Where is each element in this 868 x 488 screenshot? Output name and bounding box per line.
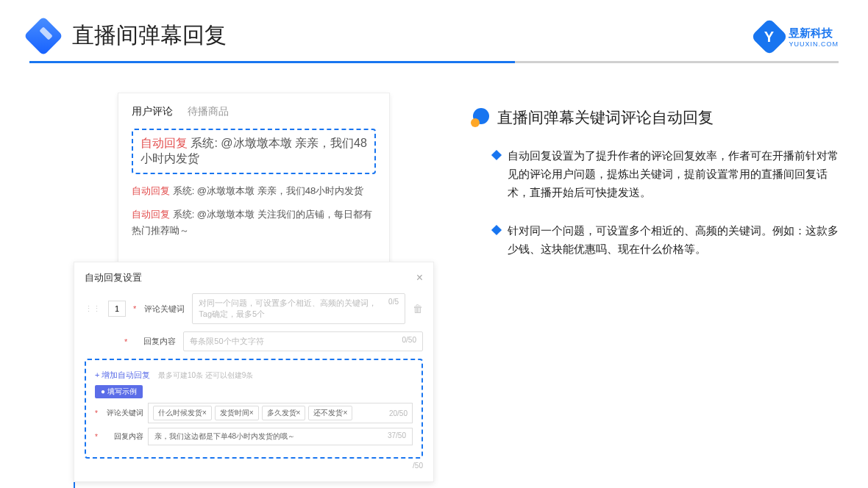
ex-tags-input[interactable]: 什么时候发货× 发货时间× 多久发货× 还不发货× 20/50 xyxy=(148,403,413,423)
comments-panel: 用户评论 待播商品 自动回复 系统: @冰墩墩本墩 亲亲，我们48小时内发货 自… xyxy=(118,93,390,269)
brand-icon: Y xyxy=(751,18,789,56)
bullet-text: 自动回复设置为了提升作者的评论回复效率，作者可在开播前针对常见的评论用户问题，提… xyxy=(508,147,839,201)
brand-name: 昱新科技 xyxy=(789,26,839,40)
bullet-item: 针对同一个问题，可设置多个相近的、高频的关键词。例如：这款多少钱、这块能优惠吗、… xyxy=(471,222,839,259)
add-hint: 最多可建10条 还可以创建9条 xyxy=(158,371,253,379)
page-title: 直播间弹幕回复 xyxy=(72,21,227,51)
brand-logo: Y 昱新科技 YUUXIN.COM xyxy=(756,24,839,50)
slide-icon xyxy=(24,16,63,56)
comment-row: 自动回复 系统: @冰墩墩本墩 亲亲，我们48小时内发货 xyxy=(132,183,376,199)
tag[interactable]: 发货时间× xyxy=(215,406,259,420)
tab-pending-goods[interactable]: 待播商品 xyxy=(188,105,229,118)
auto-reply-settings-panel: 自动回复设置 × ⋮⋮ 1 * 评论关键词 对同一个问题，可设置多个相近、高频的… xyxy=(74,262,434,482)
required-marker: * xyxy=(133,304,136,313)
required-marker: * xyxy=(124,337,127,346)
close-icon[interactable]: × xyxy=(416,271,423,284)
tabs: 用户评论 待播商品 xyxy=(132,105,376,118)
content-input[interactable]: 每条限50个中文字符 0/50 xyxy=(183,331,423,351)
highlighted-comment: 自动回复 系统: @冰墩墩本墩 亲亲，我们48小时内发货 xyxy=(132,129,376,174)
ex-keyword-label: 评论关键词 xyxy=(102,408,143,418)
section-bullet-icon xyxy=(471,108,490,127)
tab-user-comments[interactable]: 用户评论 xyxy=(132,105,173,118)
auto-reply-badge: 自动回复 xyxy=(140,137,188,149)
diamond-icon xyxy=(491,150,502,160)
add-auto-reply-link[interactable]: + 增加自动回复 xyxy=(95,370,150,379)
drag-handle-icon[interactable]: ⋮⋮ xyxy=(85,304,101,314)
tag[interactable]: 什么时候发货× xyxy=(153,406,212,420)
connector-line xyxy=(74,482,75,488)
ex-content-input[interactable]: 亲，我们这边都是下单48小时内发货的哦～ 37/50 xyxy=(148,428,413,445)
keyword-input[interactable]: 对同一个问题，可设置多个相近、高频的关键词，Tag确定，最多5个 0/5 xyxy=(192,293,405,324)
rule-number: 1 xyxy=(108,301,126,317)
tag[interactable]: 还不发货× xyxy=(308,406,352,420)
example-box: + 增加自动回复 最多可建10条 还可以创建9条 ● 填写示例 * 评论关键词 … xyxy=(85,359,423,459)
comment-text: 系统: @冰墩墩本墩 亲亲，我们48小时内发货 xyxy=(173,185,364,196)
settings-title: 自动回复设置 xyxy=(85,271,142,284)
auto-reply-badge: 自动回复 xyxy=(132,185,170,196)
keyword-label: 评论关键词 xyxy=(143,304,185,315)
section-title: 直播间弹幕关键词评论自动回复 xyxy=(497,107,714,128)
outer-counter: /50 xyxy=(85,462,423,470)
tag[interactable]: 多久发货× xyxy=(262,406,306,420)
brand-sub: YUUXIN.COM xyxy=(789,40,839,48)
content-label: 回复内容 xyxy=(135,336,176,347)
bullet-text: 针对同一个问题，可设置多个相近的、高频的关键词。例如：这款多少钱、这块能优惠吗、… xyxy=(508,222,839,259)
comment-row: 自动回复 系统: @冰墩墩本墩 关注我们的店铺，每日都有热门推荐呦～ xyxy=(132,207,376,239)
delete-icon[interactable]: 🗑 xyxy=(413,303,423,315)
diamond-icon xyxy=(491,225,502,235)
ex-content-label: 回复内容 xyxy=(102,431,143,442)
example-badge: ● 填写示例 xyxy=(95,385,143,398)
bullet-item: 自动回复设置为了提升作者的评论回复效率，作者可在开播前针对常见的评论用户问题，提… xyxy=(471,147,839,201)
auto-reply-badge: 自动回复 xyxy=(132,209,170,220)
